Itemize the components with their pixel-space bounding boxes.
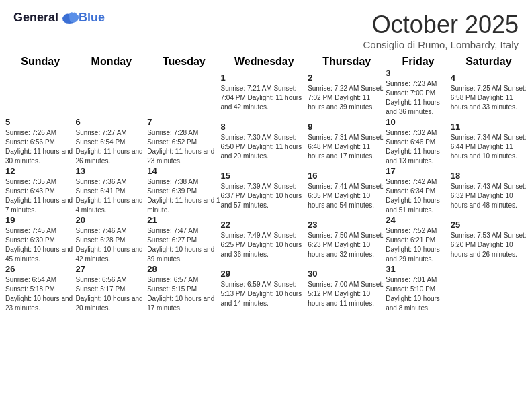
day-number: 19 [5,215,76,225]
calendar-cell: 24Sunrise: 7:52 AM Sunset: 6:21 PM Dayli… [386,215,451,264]
day-info: Sunrise: 7:31 AM Sunset: 6:48 PM Dayligh… [308,133,386,161]
logo-icon [60,11,79,25]
day-number: 4 [451,73,527,83]
calendar-cell [76,68,148,117]
header-monday: Monday [76,56,148,68]
calendar-cell: 25Sunrise: 7:53 AM Sunset: 6:20 PM Dayli… [451,215,527,264]
day-number: 5 [5,117,76,127]
day-info: Sunrise: 7:21 AM Sunset: 7:04 PM Dayligh… [221,84,308,112]
calendar-wrapper: Sunday Monday Tuesday Wednesday Thursday… [0,56,532,318]
day-info: Sunrise: 7:34 AM Sunset: 6:44 PM Dayligh… [451,133,527,161]
day-number: 20 [76,215,148,225]
day-info: Sunrise: 7:26 AM Sunset: 6:56 PM Dayligh… [5,128,76,166]
day-number: 24 [386,215,451,225]
header-tuesday: Tuesday [147,56,220,68]
calendar-cell: 14Sunrise: 7:38 AM Sunset: 6:39 PM Dayli… [147,166,220,215]
day-number: 18 [451,171,527,181]
day-number: 9 [308,122,386,132]
day-info: Sunrise: 7:22 AM Sunset: 7:02 PM Dayligh… [308,84,386,112]
month-title: October 2025 [363,11,519,39]
day-number: 3 [386,68,451,78]
day-info: Sunrise: 7:23 AM Sunset: 7:00 PM Dayligh… [386,79,451,117]
calendar-cell: 23Sunrise: 7:50 AM Sunset: 6:23 PM Dayli… [308,215,386,264]
week-row-1: 1Sunrise: 7:21 AM Sunset: 7:04 PM Daylig… [5,68,527,117]
header-thursday: Thursday [308,56,386,68]
day-number: 29 [221,269,308,279]
calendar-cell: 30Sunrise: 7:00 AM Sunset: 5:12 PM Dayli… [308,264,386,313]
day-info: Sunrise: 6:54 AM Sunset: 5:18 PM Dayligh… [5,275,76,313]
day-number: 15 [221,171,308,181]
day-info: Sunrise: 7:47 AM Sunset: 6:27 PM Dayligh… [147,226,220,264]
calendar-cell: 1Sunrise: 7:21 AM Sunset: 7:04 PM Daylig… [221,68,308,117]
calendar-cell: 6Sunrise: 7:27 AM Sunset: 6:54 PM Daylig… [76,117,148,166]
day-info: Sunrise: 7:41 AM Sunset: 6:35 PM Dayligh… [308,182,386,210]
day-info: Sunrise: 7:52 AM Sunset: 6:21 PM Dayligh… [386,226,451,264]
day-info: Sunrise: 6:57 AM Sunset: 5:15 PM Dayligh… [147,275,220,313]
day-info: Sunrise: 7:42 AM Sunset: 6:34 PM Dayligh… [386,177,451,215]
day-info: Sunrise: 7:50 AM Sunset: 6:23 PM Dayligh… [308,231,386,259]
header-sunday: Sunday [5,56,76,68]
location: Consiglio di Rumo, Lombardy, Italy [363,39,519,50]
day-number: 21 [147,215,220,225]
calendar-cell: 26Sunrise: 6:54 AM Sunset: 5:18 PM Dayli… [5,264,76,313]
calendar-cell: 28Sunrise: 6:57 AM Sunset: 5:15 PM Dayli… [147,264,220,313]
calendar-cell: 15Sunrise: 7:39 AM Sunset: 6:37 PM Dayli… [221,166,308,215]
day-number: 8 [221,122,308,132]
calendar-cell: 8Sunrise: 7:30 AM Sunset: 6:50 PM Daylig… [221,117,308,166]
calendar-table: Sunday Monday Tuesday Wednesday Thursday… [5,56,527,313]
day-info: Sunrise: 7:39 AM Sunset: 6:37 PM Dayligh… [221,182,308,210]
day-number: 7 [147,117,220,127]
calendar-cell: 11Sunrise: 7:34 AM Sunset: 6:44 PM Dayli… [451,117,527,166]
day-number: 13 [76,166,148,176]
week-row-2: 5Sunrise: 7:26 AM Sunset: 6:56 PM Daylig… [5,117,527,166]
day-info: Sunrise: 7:30 AM Sunset: 6:50 PM Dayligh… [221,133,308,161]
day-number: 25 [451,220,527,230]
day-info: Sunrise: 7:43 AM Sunset: 6:32 PM Dayligh… [451,182,527,210]
calendar-cell: 5Sunrise: 7:26 AM Sunset: 6:56 PM Daylig… [5,117,76,166]
day-number: 27 [76,264,148,274]
logo: General Blue [13,11,105,25]
day-info: Sunrise: 7:49 AM Sunset: 6:25 PM Dayligh… [221,231,308,259]
day-number: 22 [221,220,308,230]
day-number: 23 [308,220,386,230]
calendar-cell: 27Sunrise: 6:56 AM Sunset: 5:17 PM Dayli… [76,264,148,313]
calendar-cell: 12Sunrise: 7:35 AM Sunset: 6:43 PM Dayli… [5,166,76,215]
week-row-5: 26Sunrise: 6:54 AM Sunset: 5:18 PM Dayli… [5,264,527,313]
calendar-cell: 13Sunrise: 7:36 AM Sunset: 6:41 PM Dayli… [76,166,148,215]
week-row-4: 19Sunrise: 7:45 AM Sunset: 6:30 PM Dayli… [5,215,527,264]
day-info: Sunrise: 7:53 AM Sunset: 6:20 PM Dayligh… [451,231,527,259]
day-number: 26 [5,264,76,274]
calendar-cell: 18Sunrise: 7:43 AM Sunset: 6:32 PM Dayli… [451,166,527,215]
calendar-cell: 29Sunrise: 6:59 AM Sunset: 5:13 PM Dayli… [221,264,308,313]
calendar-cell: 17Sunrise: 7:42 AM Sunset: 6:34 PM Dayli… [386,166,451,215]
header-wednesday: Wednesday [221,56,308,68]
calendar-cell: 16Sunrise: 7:41 AM Sunset: 6:35 PM Dayli… [308,166,386,215]
calendar-cell: 2Sunrise: 7:22 AM Sunset: 7:02 PM Daylig… [308,68,386,117]
day-info: Sunrise: 7:46 AM Sunset: 6:28 PM Dayligh… [76,226,148,264]
day-number: 11 [451,122,527,132]
day-info: Sunrise: 7:35 AM Sunset: 6:43 PM Dayligh… [5,177,76,215]
day-number: 16 [308,171,386,181]
day-number: 1 [221,73,308,83]
calendar-cell [5,68,76,117]
calendar-cell: 10Sunrise: 7:32 AM Sunset: 6:46 PM Dayli… [386,117,451,166]
day-info: Sunrise: 7:36 AM Sunset: 6:41 PM Dayligh… [76,177,148,215]
title-block: October 2025 Consiglio di Rumo, Lombardy… [363,11,519,50]
day-number: 2 [308,73,386,83]
day-info: Sunrise: 7:28 AM Sunset: 6:52 PM Dayligh… [147,128,220,166]
header-friday: Friday [386,56,451,68]
day-number: 14 [147,166,220,176]
logo-blue-text: Blue [79,11,105,25]
day-number: 12 [5,166,76,176]
day-number: 30 [308,269,386,279]
day-number: 6 [76,117,148,127]
calendar-cell: 3Sunrise: 7:23 AM Sunset: 7:00 PM Daylig… [386,68,451,117]
calendar-cell: 9Sunrise: 7:31 AM Sunset: 6:48 PM Daylig… [308,117,386,166]
day-info: Sunrise: 7:45 AM Sunset: 6:30 PM Dayligh… [5,226,76,264]
day-info: Sunrise: 7:38 AM Sunset: 6:39 PM Dayligh… [147,177,220,215]
day-info: Sunrise: 6:59 AM Sunset: 5:13 PM Dayligh… [221,280,308,308]
calendar-cell: 7Sunrise: 7:28 AM Sunset: 6:52 PM Daylig… [147,117,220,166]
day-info: Sunrise: 7:01 AM Sunset: 5:10 PM Dayligh… [386,275,451,313]
day-info: Sunrise: 6:56 AM Sunset: 5:17 PM Dayligh… [76,275,148,313]
weekday-header-row: Sunday Monday Tuesday Wednesday Thursday… [5,56,527,68]
